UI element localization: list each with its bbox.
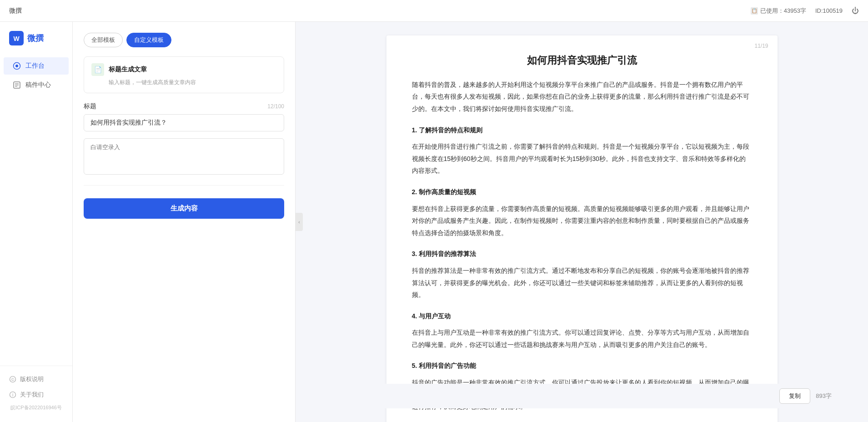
copy-button[interactable]: 复制 [779, 388, 810, 404]
copyright-label: 版权说明 [20, 375, 44, 383]
about-label: 关于我们 [20, 391, 44, 399]
drafts-label: 稿件中心 [25, 81, 51, 89]
document-container: 11/19 如何用抖音实现推广引流 随着抖音的普及，越来越多的人开始利用这个短视… [386, 35, 778, 422]
copyright-icon: © [9, 376, 16, 383]
sidebar-bottom: © 版权说明 i 关于我们 皖ICP备2022016946号 [0, 366, 72, 413]
logo-text: 微撰 [27, 33, 44, 44]
template-card-header: 📄 标题生成文章 [91, 63, 276, 76]
doc-title: 如何用抖音实现推广引流 [412, 54, 752, 68]
sidebar-item-copyright[interactable]: © 版权说明 [0, 372, 72, 387]
generate-button[interactable]: 生成内容 [84, 198, 284, 219]
collapse-toggle[interactable]: ‹ [296, 213, 303, 231]
sidebar-item-about[interactable]: i 关于我们 [0, 387, 72, 402]
svg-point-3 [15, 65, 18, 67]
topbar: 微撰 📋 已使用：43953字 ID:100519 ⏻ [0, 0, 868, 22]
sidebar-item-drafts[interactable]: 稿件中心 [4, 76, 69, 94]
usage-display: 📋 已使用：43953字 [751, 7, 806, 15]
doc-footer: 复制 893字 [314, 384, 850, 408]
form-label-row: 标题 12/100 [84, 102, 284, 111]
svg-text:i: i [12, 392, 13, 397]
svg-text:W: W [13, 35, 20, 42]
workbench-label: 工作台 [25, 62, 45, 70]
sidebar: W 微撰 工作台 稿件中心 © [0, 22, 73, 422]
sidebar-item-workbench[interactable]: 工作台 [4, 57, 69, 75]
svg-text:©: © [11, 377, 15, 382]
template-tabs: 全部模板 自定义模板 [84, 33, 284, 47]
page-number: 11/19 [754, 43, 768, 49]
content-textarea[interactable] [84, 138, 284, 175]
form-section: 标题 12/100 [84, 102, 284, 176]
tab-all-templates[interactable]: 全部模板 [84, 33, 123, 47]
logo: W 微撰 [0, 31, 72, 56]
about-icon: i [9, 391, 16, 398]
logo-icon: W [9, 31, 24, 45]
topbar-right: 📋 已使用：43953字 ID:100519 ⏻ [751, 7, 859, 15]
usage-icon: 📋 [751, 7, 758, 15]
topbar-title: 微撰 [9, 7, 22, 15]
template-card-title: 标题生成文章 [109, 65, 147, 74]
content-area: 全部模板 自定义模板 📄 标题生成文章 输入标题，一键生成高质量文章内容 标题 … [73, 22, 868, 422]
title-label: 标题 [84, 102, 96, 111]
title-counter: 12/100 [267, 103, 284, 110]
form-divider [84, 185, 284, 186]
title-input[interactable] [84, 114, 284, 131]
logout-button[interactable]: ⏻ [852, 7, 859, 15]
workbench-icon [13, 62, 21, 70]
doc-body: 随着抖音的普及，越来越多的人开始利用这个短视频分享平台来推广自己的产品或服务。抖… [412, 79, 752, 413]
right-panel: 11/19 如何用抖音实现推广引流 随着抖音的普及，越来越多的人开始利用这个短视… [296, 22, 868, 422]
icp-text: 皖ICP备2022016946号 [0, 402, 72, 413]
template-card[interactable]: 📄 标题生成文章 输入标题，一键生成高质量文章内容 [84, 56, 284, 93]
word-count: 893字 [816, 392, 832, 400]
template-card-desc: 输入标题，一键生成高质量文章内容 [91, 79, 276, 86]
drafts-icon [13, 81, 21, 89]
left-panel: 全部模板 自定义模板 📄 标题生成文章 输入标题，一键生成高质量文章内容 标题 … [73, 22, 296, 422]
usage-label: 已使用：43953字 [760, 7, 806, 15]
id-label: ID:100519 [815, 7, 843, 14]
template-card-icon: 📄 [91, 63, 104, 76]
main-layout: W 微撰 工作台 稿件中心 © [0, 22, 868, 422]
tab-custom-templates[interactable]: 自定义模板 [126, 33, 171, 47]
